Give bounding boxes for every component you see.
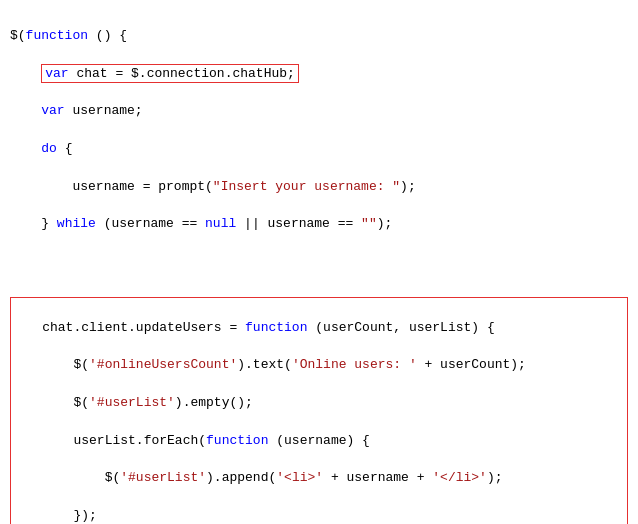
line-11: $('#userList').append('<li>' + username …	[11, 469, 627, 488]
line-2: var chat = $.connection.chatHub;	[10, 65, 628, 84]
line-6: } while (username == null || username ==…	[10, 215, 628, 234]
box-update-users: chat.client.updateUsers = function (user…	[10, 297, 628, 524]
line-4: do {	[10, 140, 628, 159]
line-3: var username;	[10, 102, 628, 121]
line-7: chat.client.updateUsers = function (user…	[11, 319, 627, 338]
line-5: username = prompt("Insert your username:…	[10, 178, 628, 197]
line-10: userList.forEach(function (username) {	[11, 432, 627, 451]
line-blank1	[10, 253, 628, 272]
line-1: $(function () {	[10, 27, 628, 46]
line-8: $('#onlineUsersCount').text('Online user…	[11, 356, 627, 375]
code-editor: $(function () { var chat = $.connection.…	[10, 8, 628, 524]
line-12: });	[11, 507, 627, 524]
line-9: $('#userList').empty();	[11, 394, 627, 413]
